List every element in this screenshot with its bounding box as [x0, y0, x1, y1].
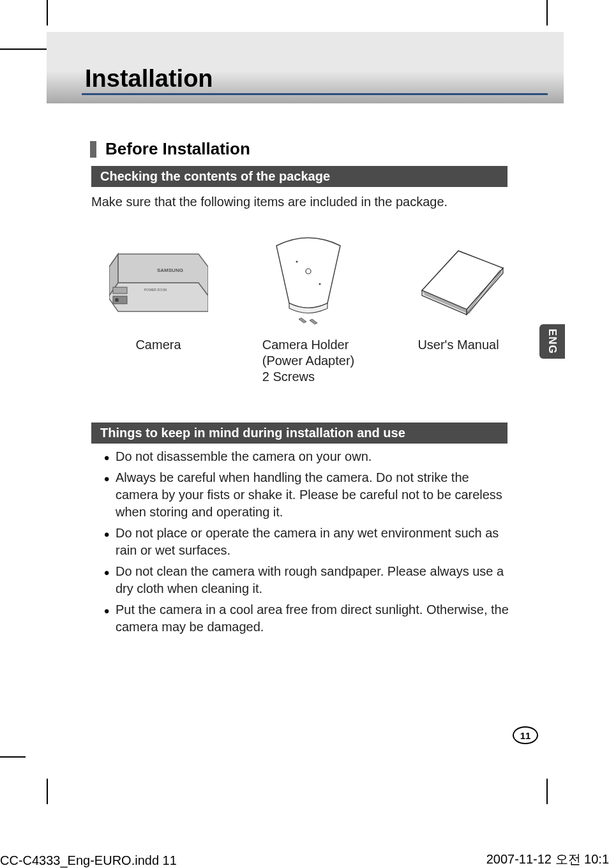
item-label-camera: Camera: [135, 337, 181, 353]
item-camera: SAMSUNG POWER ZOOM Camera: [91, 230, 225, 385]
footer-timestamp: 2007-11-12 오전 10:1: [486, 851, 609, 868]
list-item: Always be careful when handling the came…: [104, 469, 513, 521]
crop-mark: [47, 779, 48, 804]
subheading-tips: Things to keep in mind during installati…: [91, 423, 508, 444]
camera-illustration: SAMSUNG POWER ZOOM: [109, 230, 208, 332]
manual-illustration: [410, 230, 506, 332]
page: Installation Before Installation Checkin…: [47, 32, 564, 753]
list-item: Do not place or operate the camera in an…: [104, 525, 513, 559]
page-title: Installation: [85, 65, 213, 93]
section-heading: Before Installation: [90, 139, 250, 159]
crop-mark: [546, 779, 548, 804]
svg-point-11: [319, 283, 321, 285]
section-title: Before Installation: [105, 139, 250, 159]
svg-point-8: [115, 298, 119, 302]
crop-mark: [546, 0, 548, 26]
list-item: Do not clean the camera with rough sandp…: [104, 563, 513, 597]
list-item: Do not disassemble the camera on your ow…: [104, 448, 513, 465]
page-number: 11: [513, 726, 538, 744]
crop-mark: [47, 0, 48, 26]
crop-mark: [0, 49, 48, 50]
section-bar-icon: [90, 141, 96, 158]
footer-filename: CC-C4333_Eng-EURO.indd 11: [0, 853, 177, 868]
list-item: Put the camera in a cool area free from …: [104, 601, 513, 636]
crop-mark: [0, 756, 26, 758]
intro-text: Make sure that the following items are i…: [91, 195, 447, 209]
holder-illustration: [264, 230, 353, 332]
svg-point-10: [296, 261, 298, 263]
svg-text:SAMSUNG: SAMSUNG: [157, 267, 183, 273]
language-tab: ENG: [539, 324, 565, 359]
item-label-manual: User's Manual: [417, 337, 499, 353]
tips-list: Do not disassemble the camera on your ow…: [104, 448, 513, 640]
item-holder: Camera Holder (Power Adapter) 2 Screws: [241, 230, 375, 385]
item-manual: User's Manual: [391, 230, 525, 385]
svg-text:POWER ZOOM: POWER ZOOM: [144, 288, 167, 292]
subheading-contents: Checking the contents of the package: [91, 166, 508, 187]
package-items: SAMSUNG POWER ZOOM Camera: [91, 230, 525, 385]
svg-rect-6: [113, 287, 127, 294]
title-underline: [82, 93, 548, 95]
item-label-holder: Camera Holder (Power Adapter) 2 Screws: [262, 337, 355, 385]
